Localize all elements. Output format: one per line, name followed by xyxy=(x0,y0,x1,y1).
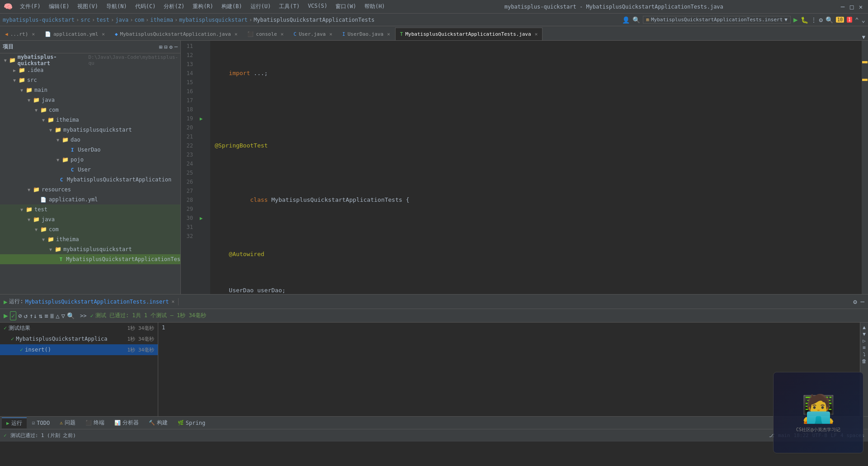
run-tab-close[interactable]: ✕ xyxy=(172,299,175,304)
tab-close-userdao[interactable]: ✕ xyxy=(387,31,390,37)
breadcrumb-class[interactable]: MybatisplusQuickstartApplicationTests xyxy=(254,17,374,23)
tree-src[interactable]: ▼ 📁 src xyxy=(0,75,180,85)
bottom-tab-terminal[interactable]: ⬛ 终端 xyxy=(81,418,109,428)
tab-main-app[interactable]: ◆ MybatisplusQuickstartApplication.java … xyxy=(110,28,242,40)
code-container[interactable]: 11 12 13 14 15 16 17 18 19 20 21 22 23 2… xyxy=(181,41,868,294)
tab-tests[interactable]: T MybatisplusQuickstartApplicationTests.… xyxy=(395,28,542,40)
tree-dao[interactable]: ▼ 📁 dao xyxy=(0,135,180,145)
nav-debug-btn[interactable]: 🐛 xyxy=(801,16,808,24)
menu-view[interactable]: 视图(V) xyxy=(74,2,102,11)
menu-vcs[interactable]: VCS(S) xyxy=(304,2,331,11)
tabs-overflow-btn[interactable]: ▼ xyxy=(859,34,868,40)
settings-icon[interactable]: ⚙ xyxy=(170,44,173,50)
menu-window[interactable]: 窗口(W) xyxy=(332,2,360,11)
tab-recent[interactable]: ◀ ...rt) ✕ xyxy=(0,28,40,40)
minimize-button[interactable]: ─ xyxy=(839,3,846,10)
settings-run-icon[interactable]: ⚙ xyxy=(853,298,857,305)
tree-yaml[interactable]: 📄 application.yml xyxy=(0,195,180,204)
tree-pojo[interactable]: ▼ 📁 pojo xyxy=(0,155,180,165)
bottom-tab-build[interactable]: 🔨 构建 xyxy=(144,418,172,428)
line-col-indicator[interactable]: 18:22 xyxy=(794,433,809,438)
tab-close-console[interactable]: ✕ xyxy=(281,31,284,37)
tab-close-yaml[interactable]: ✕ xyxy=(102,31,105,37)
nav-icon-user[interactable]: 👤 xyxy=(622,16,630,24)
test-result-root[interactable]: ✓ 测试结果 1秒 34毫秒 xyxy=(0,323,158,333)
menu-analyze[interactable]: 分析(Z) xyxy=(160,2,188,11)
breadcrumb-pkg[interactable]: mybatisplusquickstart xyxy=(179,17,248,23)
tab-close-main-app[interactable]: ✕ xyxy=(235,31,238,37)
tree-java-test[interactable]: ▼ 📁 java xyxy=(0,214,180,224)
tree-itheima-test[interactable]: ▼ 📁 itheima xyxy=(0,234,180,244)
encoding-indicator[interactable]: UTF-8 xyxy=(812,433,827,438)
expand-btn[interactable]: ⌃ xyxy=(855,16,859,24)
tree-userdao[interactable]: I UserDao xyxy=(0,145,180,155)
breadcrumb-project[interactable]: mybatisplus-quickstart xyxy=(3,17,75,23)
tree-com-test[interactable]: ▼ 📁 com xyxy=(0,224,180,234)
tree-tests-class[interactable]: T MybatisplusQuickstartApplicationTes xyxy=(0,254,180,264)
rpb-align[interactable]: ≡ xyxy=(861,345,867,351)
tree-pkg-test[interactable]: ▼ 📁 mybatisplusquickstart xyxy=(0,244,180,254)
rpb-clear[interactable]: 🗑 xyxy=(861,358,867,364)
nav-icon-search[interactable]: 🔍 xyxy=(632,16,640,24)
bottom-tab-run[interactable]: ▶ 运行 xyxy=(2,418,27,428)
line-sep-indicator[interactable]: LF xyxy=(831,433,837,438)
menu-build[interactable]: 构建(B) xyxy=(218,2,246,11)
menu-edit[interactable]: 编辑(E) xyxy=(45,2,73,11)
menu-help[interactable]: 帮助(H) xyxy=(361,2,389,11)
tab-close-tests[interactable]: ✕ xyxy=(535,31,538,37)
nav-search2-icon[interactable]: 🔍 xyxy=(826,16,833,24)
tree-itheima[interactable]: ▼ 📁 itheima xyxy=(0,115,180,125)
right-scroll-indicator[interactable] xyxy=(862,41,868,294)
run-align-btn[interactable]: ≡ xyxy=(44,312,48,319)
maximize-button[interactable]: □ xyxy=(848,3,855,10)
tree-pkg[interactable]: ▼ 📁 mybatisplusquickstart xyxy=(0,125,180,135)
tab-yaml[interactable]: 📄 application.yml ✕ xyxy=(40,28,110,40)
bottom-tab-spring[interactable]: 🌿 Spring xyxy=(173,418,210,428)
run-stop-btn[interactable]: ⊘ xyxy=(18,312,22,319)
menu-refactor[interactable]: 重构(R) xyxy=(189,2,217,11)
bottom-tab-profiler[interactable]: 📊 分析器 xyxy=(110,418,143,428)
run-search-btn[interactable]: 🔍 xyxy=(67,312,75,319)
menu-navigate[interactable]: 导航(N) xyxy=(103,2,131,11)
collapse-all-icon[interactable]: ⊟ xyxy=(164,44,167,50)
tree-idea[interactable]: ▶ 📁 .idea xyxy=(0,65,180,75)
run-down-btn[interactable]: ▽ xyxy=(61,312,65,319)
close-button[interactable]: ✕ xyxy=(857,3,864,10)
tree-main[interactable]: ▼ 📁 main xyxy=(0,85,180,95)
tab-userdao[interactable]: I UserDao.java ✕ xyxy=(337,28,395,40)
run-tab-link[interactable]: MybatisplusQuickstartApplicationTests.in… xyxy=(25,299,169,305)
tree-user[interactable]: C User xyxy=(0,165,180,175)
breadcrumb-java[interactable]: java xyxy=(115,17,128,23)
run-rerun-btn[interactable]: ↺ xyxy=(24,312,28,319)
breadcrumb-com[interactable]: com xyxy=(134,17,144,23)
run-sort-asc-btn[interactable]: ↑↓ xyxy=(29,312,37,319)
run-sort-desc-btn[interactable]: ⇅ xyxy=(39,312,42,319)
breadcrumb-test[interactable]: test xyxy=(96,17,109,23)
tab-user[interactable]: C User.java ✕ xyxy=(288,28,337,40)
tree-test[interactable]: ▼ 📁 test xyxy=(0,204,180,214)
menu-file[interactable]: 文件(F) xyxy=(16,2,44,11)
run-gutter-line16[interactable]: ▶ xyxy=(197,114,206,123)
tab-console[interactable]: ⬛ console ✕ xyxy=(242,28,288,40)
warning-badge[interactable]: 10 xyxy=(836,17,844,23)
rpb-down[interactable]: ▼ xyxy=(861,331,867,337)
menu-tools[interactable]: 工具(T) xyxy=(275,2,303,11)
minimize-run-icon[interactable]: ─ xyxy=(861,298,864,305)
code-editor[interactable]: import ...; @SpringBootTest class Mybati… xyxy=(210,41,868,294)
tab-close-recent[interactable]: ✕ xyxy=(32,31,35,37)
tab-close-user[interactable]: ✕ xyxy=(329,31,332,37)
rpb-up[interactable]: ▲ xyxy=(861,324,867,330)
tree-main-app-class[interactable]: C MybatisplusQuickstartApplication xyxy=(0,175,180,185)
menu-run[interactable]: 运行(U) xyxy=(247,2,275,11)
breadcrumb-itheima[interactable]: itheima xyxy=(150,17,173,23)
menu-code[interactable]: 代码(C) xyxy=(132,2,160,11)
expand-all-icon[interactable]: ⊞ xyxy=(159,44,162,50)
test-result-leaf[interactable]: ✓ insert() 1秒 34毫秒 xyxy=(0,344,158,355)
nav-settings-icon[interactable]: ⚙ xyxy=(819,16,823,24)
nav-more-btn[interactable]: ⋮ xyxy=(811,17,816,23)
run-up-btn[interactable]: △ xyxy=(56,312,59,319)
tree-root[interactable]: ▼ 📁 mybatisplus-quickstart D:\Java\Java-… xyxy=(0,55,180,65)
minimize-panel-icon[interactable]: ─ xyxy=(175,44,178,50)
rpb-wrap[interactable]: ⤵ xyxy=(861,352,867,357)
run-check-btn[interactable]: ✓ xyxy=(10,311,16,320)
